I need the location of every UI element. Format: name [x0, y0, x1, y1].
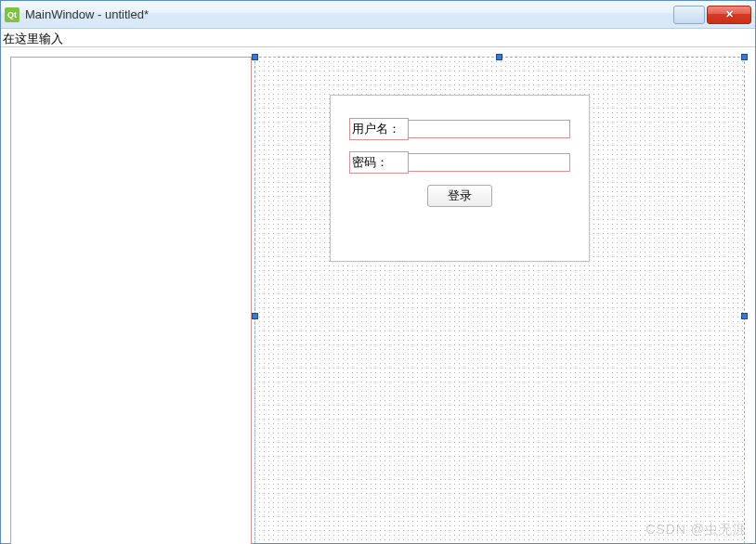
selection-handle-tl[interactable] [252, 54, 258, 60]
password-input[interactable] [408, 153, 570, 172]
selection-handle-mr[interactable] [741, 313, 748, 319]
window-controls: ✕ [671, 6, 751, 24]
selection-handle-tr[interactable] [741, 54, 748, 60]
content-area: 用户名： 密码： 登录 [1, 47, 755, 543]
close-icon: ✕ [725, 8, 734, 20]
designer-canvas[interactable]: 用户名： 密码： 登录 [254, 57, 745, 544]
menubar-placeholder: 在这里输入 [3, 32, 63, 45]
main-window: Qt MainWindow - untitled* ✕ 在这里输入 用户名： [0, 0, 756, 544]
button-row: 登录 [349, 185, 570, 207]
username-label: 用户名： [349, 118, 409, 140]
close-button[interactable]: ✕ [707, 6, 751, 24]
login-button[interactable]: 登录 [427, 185, 492, 207]
username-row: 用户名： [349, 118, 570, 140]
password-row: 密码： [349, 151, 570, 174]
username-input[interactable] [408, 120, 570, 138]
menubar[interactable]: 在这里输入 [1, 29, 755, 47]
password-label: 密码： [349, 151, 409, 174]
titlebar[interactable]: Qt MainWindow - untitled* ✕ [1, 1, 755, 29]
login-form-widget[interactable]: 用户名： 密码： 登录 [330, 95, 590, 262]
selection-handle-ml[interactable] [252, 313, 258, 319]
selection-handle-tm[interactable] [496, 54, 502, 60]
qt-app-icon: Qt [5, 7, 20, 22]
window-title: MainWindow - untitled* [25, 7, 671, 21]
minimize-button[interactable] [673, 6, 705, 24]
left-panel[interactable] [10, 57, 252, 544]
